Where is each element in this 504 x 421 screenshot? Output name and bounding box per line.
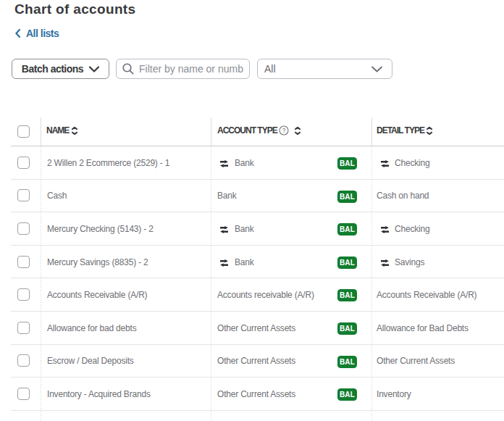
svg-text:?: ? [282, 128, 286, 134]
